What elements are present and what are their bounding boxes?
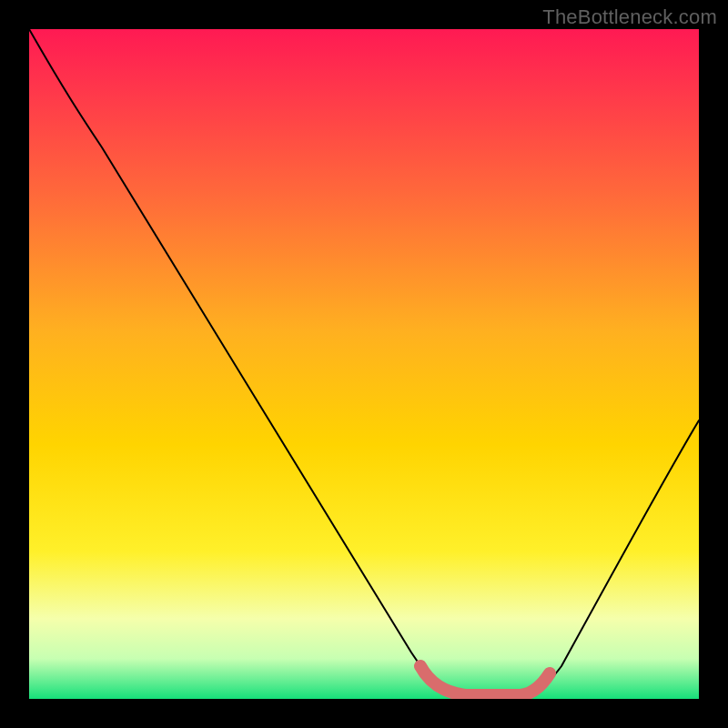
plot-area [29,29,699,699]
outer-frame: TheBottleneck.com [0,0,728,728]
watermark-text: TheBottleneck.com [542,5,717,29]
chart-svg [29,29,699,699]
